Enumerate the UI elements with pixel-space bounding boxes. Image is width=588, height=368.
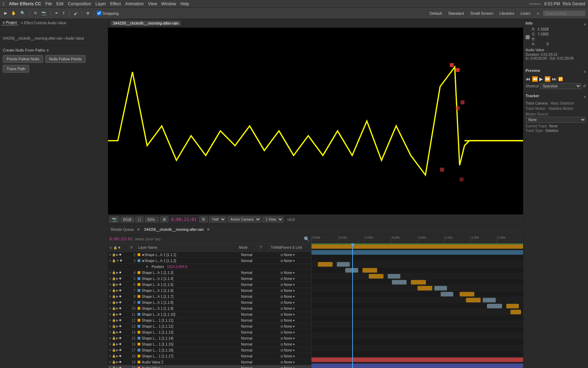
menu-composition[interactable]: Composition [68, 1, 91, 6]
shy-icon[interactable]: ✺ [119, 313, 122, 316]
expand-icon[interactable]: ▶ [116, 360, 119, 364]
close-render-queue[interactable]: ✕ [137, 227, 140, 232]
text-tool[interactable]: T [61, 9, 66, 17]
comp-timeline-tab[interactable]: 344258__chckn8r__morning-after-rain [144, 228, 204, 232]
eye-icon[interactable]: ⊙ [109, 348, 112, 352]
eye-icon[interactable]: ⊙ [109, 253, 112, 256]
layer-name[interactable]: ✱Shape L...h 1 [1.1.2] [141, 259, 240, 263]
layer-row[interactable]: ⊙ 🔒 ▶ ✺ 4 Shape L...h 1 [1.1.3] Normal ⊙… [108, 270, 311, 276]
track-clip[interactable] [312, 363, 523, 368]
menu-window[interactable]: Window [161, 1, 176, 6]
expand-icon[interactable]: ▶ [116, 348, 119, 352]
shy-icon[interactable]: ✺ [119, 283, 122, 286]
quality-select[interactable]: Half [209, 216, 226, 222]
layer-row[interactable]: ⊙ 🔒 ▼ ✺ 3 ✱Shape L...h 1 [1.1.2] Normal … [108, 258, 311, 264]
layer-parent[interactable]: ⊙ None ▾ [280, 289, 311, 293]
lock-icon[interactable]: 🔒 [112, 313, 116, 316]
layer-parent[interactable]: ⊙ None ▾ [280, 342, 311, 346]
layer-row[interactable]: ⊙ 🔒 ▶ ✺ 10 Shape L...h 1 [1.1.9] Normal … [108, 306, 311, 312]
track-clip[interactable] [362, 268, 377, 273]
eye-icon[interactable]: ⊙ [109, 360, 112, 364]
shy-icon[interactable]: ✺ [119, 295, 122, 298]
comp-canvas[interactable] [108, 28, 523, 214]
search-timeline-btn[interactable]: 🔍 [304, 236, 310, 242]
layer-name[interactable]: Shape L... 1 [1.1.17] [141, 354, 240, 358]
expand-icon[interactable]: ▶ [116, 253, 119, 256]
workspace-more[interactable]: » [534, 11, 542, 16]
rotation-tool[interactable]: ↻ [33, 9, 39, 17]
track-clip[interactable] [417, 286, 432, 290]
snapshot-button[interactable]: 📷 [109, 216, 119, 222]
eye-icon[interactable]: ⊙ [109, 271, 112, 274]
info-menu-icon[interactable]: ≡ [584, 22, 586, 26]
layer-row[interactable]: ⊙ 🔒 ▶ ✺ 6 Shape L...h 1 [1.1.5] Normal ⊙… [108, 282, 311, 288]
eye-icon[interactable]: ⊙ [109, 289, 112, 292]
expand-icon[interactable]: ▶ [116, 324, 119, 328]
shy-icon[interactable]: ✺ [119, 336, 122, 340]
layer-parent[interactable]: ⊙ None ▾ [280, 366, 311, 368]
shy-icon[interactable]: ✺ [119, 354, 122, 358]
eye-icon[interactable]: ⊙ [109, 324, 112, 328]
menu-layer[interactable]: Layer [95, 1, 106, 6]
layer-row[interactable]: ⊙ 🔒 ▶ ✺ 16 Shape L... 1 [1.1.15] Normal … [108, 341, 311, 347]
step-forward-button[interactable]: ⏩ [544, 76, 550, 82]
layer-name[interactable]: Shape L...h 1 [1.1.3] [141, 271, 240, 275]
layer-parent[interactable]: ⊙ None ▾ [280, 336, 311, 340]
track-clip[interactable] [369, 274, 383, 279]
layer-parent[interactable]: ⊙ None ▾ [280, 283, 311, 287]
search-help-input[interactable] [543, 11, 585, 16]
menu-edit[interactable]: Edit [56, 1, 64, 6]
eye-icon[interactable]: ⊙ [109, 366, 112, 368]
shy-icon[interactable]: ✺ [119, 289, 122, 292]
motion-source-select[interactable]: None [526, 117, 586, 123]
points-follow-nulls-button[interactable]: Points Follow Nulls [3, 55, 43, 63]
loop-button[interactable]: 🔁 [558, 77, 563, 81]
skip-to-start-button[interactable]: ⏮ [526, 76, 530, 82]
trace-path-button[interactable]: Trace Path [3, 65, 29, 73]
track-clip[interactable] [466, 298, 481, 302]
expand-icon[interactable]: ▶ [116, 330, 119, 334]
lock-icon[interactable]: 🔒 [112, 283, 116, 286]
shy-icon[interactable]: ✺ [119, 277, 122, 280]
menu-view[interactable]: View [148, 1, 157, 6]
snapping-checkbox[interactable]: Snapping [97, 11, 119, 15]
eye-icon[interactable]: ⊙ [109, 354, 112, 358]
timecode-display[interactable]: 0;00;23;01 [171, 217, 196, 222]
expand-icon[interactable]: ▶ [116, 319, 119, 322]
layer-parent[interactable]: ⊙ None ▾ [280, 259, 311, 263]
expand-icon[interactable]: ▶ [116, 354, 119, 358]
layer-name[interactable]: Shape L... 1 [1.1.12] [141, 324, 240, 328]
project-tab[interactable]: ≡ Project [1, 20, 18, 25]
shy-icon[interactable]: ✺ [119, 360, 122, 364]
lock-icon[interactable]: 🔒 [112, 342, 116, 346]
workspace-libraries[interactable]: Libraries [497, 11, 517, 16]
eye-icon[interactable]: ⊙ [109, 295, 112, 298]
eye-icon[interactable]: ⊙ [109, 259, 112, 262]
warp-stabilizer-link[interactable]: Warp Stabilizer [550, 101, 574, 105]
layer-parent[interactable]: ⊙ None ▾ [280, 295, 311, 299]
layer-name[interactable]: Shape L... 1 [1.1.14] [141, 336, 240, 340]
layer-name[interactable]: Shape L...h 1 [1.1.7] [141, 295, 240, 299]
shortcut-reset-button[interactable]: ↺ [583, 84, 586, 88]
lock-icon[interactable]: 🔒 [112, 348, 116, 352]
shy-icon[interactable]: ✺ [119, 253, 122, 256]
layer-row[interactable]: ⊙ 🔒 ▶ ✺ 17 Shape L... 1 [1.1.16] Normal … [108, 347, 311, 353]
track-clip[interactable] [483, 298, 495, 302]
expand-icon[interactable]: ▶ [116, 301, 119, 304]
tracker-menu-icon[interactable]: ≡ [584, 95, 586, 99]
track-clip[interactable] [487, 304, 502, 308]
lock-icon[interactable]: 🔒 [112, 360, 116, 364]
create-nulls-menu-icon[interactable]: ≡ [46, 48, 48, 52]
layer-row[interactable]: ⊙ 🔒 ▶ ✺ 19 Audio Value 2 Normal ⊙ None ▾ [108, 359, 311, 365]
lock-icon[interactable]: 🔒 [112, 277, 116, 280]
layer-name[interactable]: Shape L... 1 [1.1.13] [141, 330, 240, 334]
layer-name[interactable]: Shape L...h 1 [1.1.9] [141, 307, 240, 310]
track-clip[interactable] [506, 304, 519, 308]
timeline-ruler[interactable]: 0;00s0;15s0;30s0;45s1;00s1;15s1;30s1;45s… [312, 235, 523, 243]
shy-icon[interactable]: ✺ [119, 301, 122, 304]
layer-row[interactable]: ⊙ 🔒 ▶ ✺ 18 Shape L... 1 [1.1.17] Normal … [108, 353, 311, 359]
expand-icon[interactable]: ▶ [116, 307, 119, 310]
lock-icon[interactable]: 🔒 [112, 354, 116, 358]
workspace-default[interactable]: Default [427, 11, 445, 16]
expand-icon[interactable]: ▶ [116, 313, 119, 316]
